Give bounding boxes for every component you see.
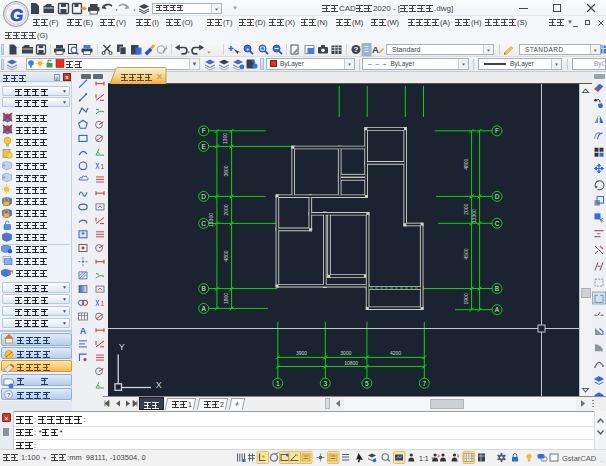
svg-text:13300: 13300 <box>208 213 214 227</box>
svg-text:F: F <box>202 127 206 134</box>
svg-text:F: F <box>495 127 499 134</box>
svg-text:?: ? <box>354 45 359 54</box>
svg-text:1: 1 <box>101 300 105 307</box>
svg-text:3900: 3900 <box>296 351 307 357</box>
svg-text:3: 3 <box>323 380 327 387</box>
svg-text:2000: 2000 <box>223 205 229 216</box>
svg-text:A: A <box>80 326 87 336</box>
svg-text:X: X <box>156 380 162 390</box>
svg-text:B: B <box>495 285 499 292</box>
svg-text:10800: 10800 <box>344 360 358 366</box>
svg-text:D: D <box>201 193 206 200</box>
svg-text:1900: 1900 <box>463 293 469 304</box>
svg-text:1800: 1800 <box>223 293 229 304</box>
svg-text:GstarCAD: GstarCAD <box>562 454 597 463</box>
svg-text:13300: 13300 <box>471 209 477 223</box>
svg-text:4500: 4500 <box>463 249 469 260</box>
svg-text:2000: 2000 <box>463 204 469 215</box>
svg-text:3000: 3000 <box>340 351 351 357</box>
svg-text:A: A <box>372 44 379 55</box>
svg-text:C: C <box>495 220 500 227</box>
svg-text:..: .. <box>600 457 604 463</box>
svg-text:1300: 1300 <box>223 133 229 144</box>
svg-text:G: G <box>10 6 23 25</box>
svg-text:D: D <box>495 193 500 200</box>
svg-text:4200: 4200 <box>390 351 401 357</box>
svg-text:A: A <box>202 305 207 312</box>
svg-text:3600: 3600 <box>223 166 229 177</box>
svg-text:C: C <box>201 220 206 227</box>
svg-text:?: ? <box>7 392 11 398</box>
svg-text:Y: Y <box>119 342 125 352</box>
svg-text:+: + <box>246 46 249 52</box>
svg-text:A: A <box>495 306 500 313</box>
svg-text:1: 1 <box>276 380 280 387</box>
svg-text:E: E <box>202 143 207 150</box>
svg-text:B: B <box>202 285 206 292</box>
svg-text:1: 1 <box>101 163 105 170</box>
svg-text:1:1: 1:1 <box>419 455 429 462</box>
svg-text:4800: 4800 <box>223 251 229 262</box>
svg-text:5: 5 <box>365 380 369 387</box>
svg-text:7: 7 <box>422 380 426 387</box>
svg-text:4800: 4800 <box>463 159 469 170</box>
